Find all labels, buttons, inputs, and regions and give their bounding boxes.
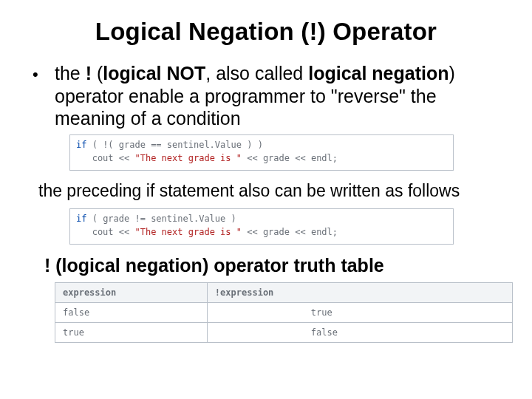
code-out: cout <<: [76, 227, 134, 237]
code-block-1: if ( !( grade == sentinel.Value ) ) cout…: [69, 134, 454, 171]
t-bang: !: [86, 63, 92, 83]
t-also: also called: [216, 63, 308, 83]
code-cond: ( grade != sentinel.Value ): [86, 214, 236, 224]
kw-if: if: [76, 214, 86, 224]
code-block-2: if ( grade != sentinel.Value ) cout << "…: [69, 208, 454, 245]
truth-table-heading: ! (logical negation) operator truth tabl…: [44, 255, 502, 276]
code-line: cout << "The next grade is " << grade <<…: [76, 225, 447, 239]
code-cond: ( !( grade == sentinel.Value ) ): [86, 140, 262, 150]
th-not-expression: !expression: [207, 282, 512, 302]
code-out: cout <<: [76, 153, 134, 163]
slide: Logical Negation (!) Operator • the ! (l…: [0, 0, 532, 399]
code-str: "The next grade is ": [134, 153, 242, 163]
t-negation: logical negation: [308, 63, 449, 83]
mid-text: the preceding if statement also can be w…: [38, 181, 502, 201]
code-tail: << grade << endl;: [242, 153, 338, 163]
kw-if: if: [76, 140, 86, 150]
cell-notexpr: true: [207, 302, 512, 322]
truth-table: expression !expression false true true f…: [55, 282, 513, 343]
t-prefix: the: [55, 63, 86, 83]
th-expression: expression: [55, 282, 208, 302]
bullet-marker: •: [30, 62, 55, 130]
code-line: if ( !( grade == sentinel.Value ) ): [76, 138, 447, 152]
cell-expr: false: [55, 302, 208, 322]
cell-expr: true: [55, 322, 208, 342]
code-line: cout << "The next grade is " << grade <<…: [76, 151, 447, 166]
code-line: if ( grade != sentinel.Value ): [76, 212, 447, 226]
table-header-row: expression !expression: [55, 282, 513, 302]
code-str: "The next grade is ": [134, 227, 242, 237]
slide-title: Logical Negation (!) Operator: [30, 18, 502, 46]
bullet-text: the ! (logical NOT, also called logical …: [55, 62, 502, 130]
t-not: logical NOT: [103, 63, 205, 83]
t-lparen: (: [92, 63, 103, 83]
code-tail: << grade << endl;: [242, 227, 338, 237]
table-row: true false: [55, 322, 513, 342]
table-row: false true: [55, 302, 513, 322]
t-comma: ,: [205, 63, 216, 83]
bullet-item: • the ! (logical NOT, also called logica…: [30, 62, 502, 130]
cell-notexpr: false: [207, 322, 512, 342]
